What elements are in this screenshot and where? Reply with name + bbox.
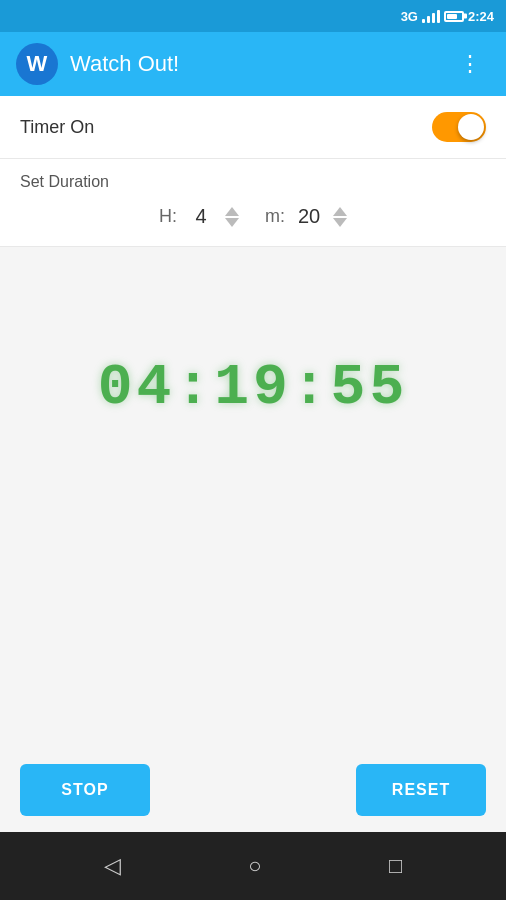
nav-bar: ◁ ○ □ bbox=[0, 832, 506, 900]
minutes-spinner[interactable] bbox=[333, 207, 347, 227]
duration-section: Set Duration H: 4 m: 20 bbox=[0, 159, 506, 247]
hours-spinner[interactable] bbox=[225, 207, 239, 227]
timer-on-label: Timer On bbox=[20, 117, 432, 138]
recents-button[interactable]: □ bbox=[389, 853, 402, 879]
timer-on-toggle[interactable] bbox=[432, 112, 486, 142]
app-bar: W Watch Out! ⋮ bbox=[0, 32, 506, 96]
timer-on-row: Timer On bbox=[0, 96, 506, 159]
bottom-buttons: STOP RESET bbox=[0, 748, 506, 832]
signal-text: 3G bbox=[401, 9, 418, 24]
clock-time: 2:24 bbox=[468, 9, 494, 24]
minutes-up-arrow[interactable] bbox=[333, 207, 347, 216]
content-wrapper: Timer On Set Duration H: 4 m: 20 04:19:5… bbox=[0, 96, 506, 832]
timer-display: 04:19:55 bbox=[98, 355, 408, 420]
toggle-knob bbox=[458, 114, 484, 140]
app-title: Watch Out! bbox=[70, 51, 439, 77]
status-bar: 3G 2:24 bbox=[0, 0, 506, 32]
minutes-value: 20 bbox=[295, 205, 323, 228]
status-icons: 3G 2:24 bbox=[401, 9, 494, 24]
hours-value: 4 bbox=[187, 205, 215, 228]
timer-display-area: 04:19:55 bbox=[0, 247, 506, 527]
hours-label: H: bbox=[159, 206, 177, 227]
home-button[interactable]: ○ bbox=[248, 853, 261, 879]
overflow-menu-button[interactable]: ⋮ bbox=[451, 43, 490, 85]
signal-bars-icon bbox=[422, 9, 440, 23]
battery-icon bbox=[444, 11, 464, 22]
hours-down-arrow[interactable] bbox=[225, 218, 239, 227]
reset-button[interactable]: RESET bbox=[356, 764, 486, 816]
back-button[interactable]: ◁ bbox=[104, 853, 121, 879]
minutes-label: m: bbox=[265, 206, 285, 227]
duration-title: Set Duration bbox=[20, 173, 486, 191]
stop-button[interactable]: STOP bbox=[20, 764, 150, 816]
hours-up-arrow[interactable] bbox=[225, 207, 239, 216]
duration-controls: H: 4 m: 20 bbox=[20, 205, 486, 228]
minutes-down-arrow[interactable] bbox=[333, 218, 347, 227]
app-logo-letter: W bbox=[27, 51, 48, 77]
app-logo: W bbox=[16, 43, 58, 85]
